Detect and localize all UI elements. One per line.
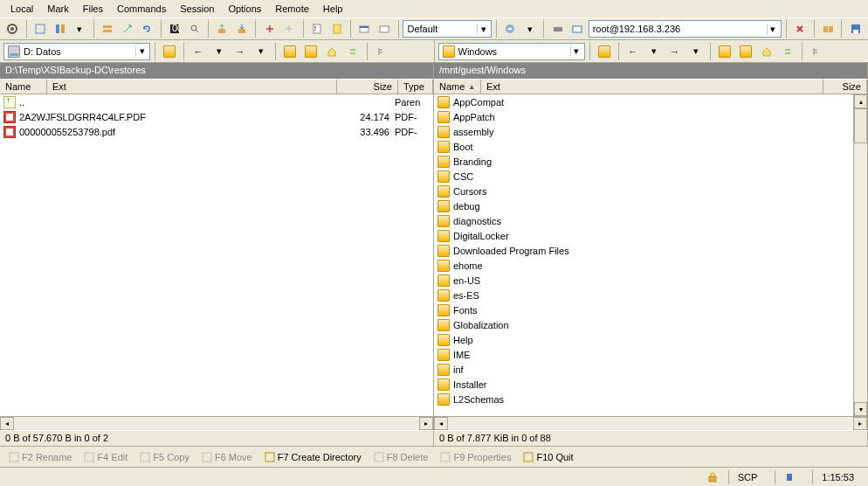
folder-row[interactable]: IME xyxy=(434,347,853,362)
gear-icon[interactable] xyxy=(3,19,22,38)
fkey-f7[interactable]: F7 Create Directory xyxy=(259,450,367,464)
find-icon[interactable] xyxy=(185,19,203,38)
fkey-f10[interactable]: F10 Quit xyxy=(518,450,578,464)
folder-row[interactable]: Branding xyxy=(434,154,853,169)
scroll-up-icon[interactable]: ▴ xyxy=(854,94,867,108)
menu-commands[interactable]: Commands xyxy=(110,2,173,16)
col-ext[interactable]: Ext xyxy=(47,80,337,94)
forward-icon[interactable]: → xyxy=(665,42,685,61)
chevron-down-icon[interactable]: ▾ xyxy=(767,24,779,35)
scroll-right-icon[interactable]: ▸ xyxy=(853,417,867,430)
folder-row[interactable]: CSC xyxy=(434,169,853,184)
transfer-settings-icon[interactable] xyxy=(118,19,136,38)
dropdown2-icon[interactable]: ▾ xyxy=(521,19,540,38)
explorer-icon[interactable] xyxy=(819,19,837,38)
tree-icon[interactable] xyxy=(372,42,391,61)
download-icon[interactable] xyxy=(233,19,251,38)
folder-row[interactable]: debug xyxy=(434,198,853,213)
close-session-icon[interactable] xyxy=(791,19,809,38)
folder-row[interactable]: Help xyxy=(434,332,853,347)
scroll-thumb[interactable] xyxy=(854,108,867,143)
scroll-right-icon[interactable]: ▸ xyxy=(419,417,433,430)
new-icon[interactable] xyxy=(260,19,279,38)
save-icon[interactable] xyxy=(846,19,865,38)
home-icon[interactable] xyxy=(322,42,341,61)
menu-help[interactable]: Help xyxy=(316,2,350,16)
tree-icon[interactable] xyxy=(807,42,826,61)
folder-row[interactable]: en-US xyxy=(434,273,853,288)
menu-local[interactable]: Local xyxy=(3,2,40,16)
openfolder-icon[interactable] xyxy=(160,42,179,61)
chevron-down-icon[interactable]: ▾ xyxy=(477,24,489,35)
sync-browse-icon[interactable] xyxy=(343,42,362,61)
session2-icon[interactable] xyxy=(375,19,394,38)
chevron-down-icon[interactable]: ▾ xyxy=(570,45,582,57)
transfer-preset-combo[interactable]: Default▾ xyxy=(403,20,492,38)
left-drive-combo[interactable]: D: Datos ▾ xyxy=(3,43,150,60)
scroll-left-icon[interactable]: ◂ xyxy=(434,417,448,430)
col-ext[interactable]: Ext xyxy=(481,80,823,94)
folder-row[interactable]: ehome xyxy=(434,258,853,273)
delete-icon[interactable] xyxy=(280,19,299,38)
left-hscroll[interactable]: ◂ ▸ xyxy=(0,416,433,430)
folder-row[interactable]: Cursors xyxy=(434,184,853,198)
file-row[interactable]: 2A2WJFSLDGRR4C4LF.PDF24.174PDF- xyxy=(0,109,433,124)
left-file-list[interactable]: ..Paren2A2WJFSLDGRR4C4LF.PDF24.174PDF-00… xyxy=(0,94,433,416)
col-name[interactable]: Name xyxy=(0,80,47,94)
reconnect-icon[interactable] xyxy=(501,19,520,38)
folder-row[interactable]: AppCompat xyxy=(434,94,853,109)
scroll-track[interactable] xyxy=(448,417,853,430)
sync-icon[interactable] xyxy=(31,19,50,38)
compare-icon[interactable] xyxy=(51,19,69,38)
folder-row[interactable]: inf xyxy=(434,362,853,377)
scroll-left-icon[interactable]: ◂ xyxy=(0,417,14,430)
folder-row[interactable]: assembly xyxy=(434,124,853,139)
home-icon[interactable] xyxy=(757,42,776,61)
col-name[interactable]: Name▲ xyxy=(434,80,481,94)
disconnect-icon[interactable] xyxy=(548,19,567,38)
sync-browse-icon[interactable] xyxy=(778,42,797,61)
forward-dd[interactable]: ▾ xyxy=(251,42,271,61)
file-row[interactable]: 000000055253798.pdf33.496PDF- xyxy=(0,124,433,139)
forward-dd[interactable]: ▾ xyxy=(686,42,706,61)
newsession-icon[interactable] xyxy=(568,19,587,38)
refresh-icon[interactable] xyxy=(138,19,156,38)
parent-icon[interactable] xyxy=(715,42,734,61)
folder-row[interactable]: AppPatch xyxy=(434,109,853,124)
col-size[interactable]: Size xyxy=(823,80,867,94)
bookmark-icon[interactable] xyxy=(327,19,346,38)
chevron-down-icon[interactable]: ▾ xyxy=(135,45,148,57)
folder-row[interactable]: Globalization xyxy=(434,317,853,332)
upload-icon[interactable] xyxy=(213,19,231,38)
openfolder-icon[interactable] xyxy=(595,42,614,61)
folder-row[interactable]: Boot xyxy=(434,139,853,154)
menu-remote[interactable]: Remote xyxy=(268,2,316,16)
parent-icon[interactable] xyxy=(280,42,300,61)
dropdown-icon[interactable]: ▾ xyxy=(71,19,89,38)
folder-row[interactable]: es-ES xyxy=(434,288,853,302)
menu-session[interactable]: Session xyxy=(173,2,221,16)
host-combo[interactable]: root@192.168.3.236▾ xyxy=(589,20,782,38)
menu-options[interactable]: Options xyxy=(221,2,268,16)
parent-row[interactable]: ..Paren xyxy=(0,94,433,109)
folder-row[interactable]: DigitalLocker xyxy=(434,228,853,243)
right-vscroll[interactable]: ▴ ▾ xyxy=(853,94,867,416)
col-size[interactable]: Size xyxy=(337,80,398,94)
encryption-icon[interactable] xyxy=(775,470,803,484)
scroll-down-icon[interactable]: ▾ xyxy=(854,402,867,416)
root-icon[interactable] xyxy=(301,42,320,61)
root-icon[interactable] xyxy=(736,42,755,61)
folder-row[interactable]: Downloaded Program Files xyxy=(434,243,853,258)
session-icon[interactable] xyxy=(355,19,374,38)
back-dd[interactable]: ▾ xyxy=(644,42,664,61)
right-drive-combo[interactable]: Windows ▾ xyxy=(438,43,585,60)
scroll-track[interactable] xyxy=(14,417,419,430)
props-icon[interactable] xyxy=(308,19,327,38)
forward-icon[interactable]: → xyxy=(231,42,250,61)
folder-row[interactable]: Installer xyxy=(434,377,853,392)
queue-icon[interactable] xyxy=(99,19,117,38)
lock-icon[interactable] xyxy=(706,470,720,484)
right-hscroll[interactable]: ◂ ▸ xyxy=(434,416,867,430)
folder-row[interactable]: L2Schemas xyxy=(434,392,853,406)
menu-mark[interactable]: Mark xyxy=(40,2,75,16)
